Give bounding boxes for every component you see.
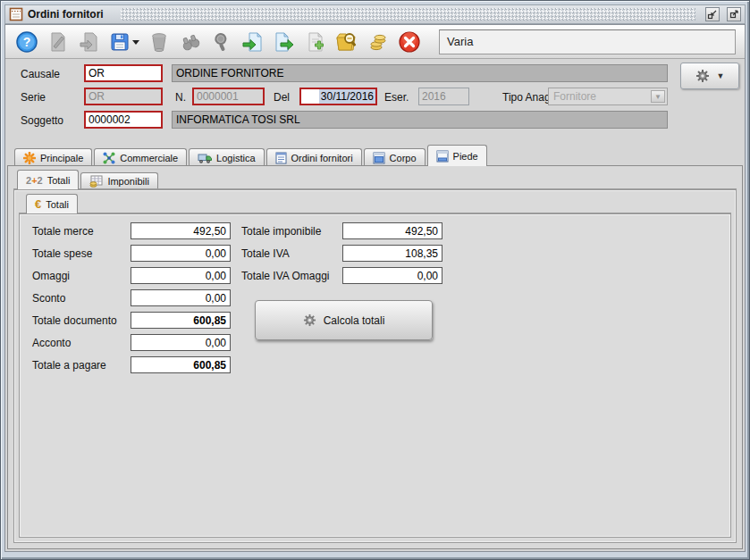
ordini-fornitori-window: Ordini fornitori ? (0, 0, 750, 560)
totale-spese-field[interactable] (131, 245, 231, 262)
save-icon[interactable] (106, 28, 142, 56)
soggetto-description: INFORMATICA TOSI SRL (172, 111, 668, 129)
totali-imponibili-tab-bar: 2+2 Totali Imponibili (13, 170, 737, 189)
numero-label: N. (175, 91, 186, 104)
help-icon[interactable]: ? (13, 28, 41, 56)
edit-icon (44, 28, 72, 56)
document-header-form: Causale ORDINE FORNITORE Serie N. Del 30… (5, 59, 745, 145)
totale-a-pagare-row: Totale a pagare (32, 356, 345, 374)
totale-imponibile-row: Totale imponibile (241, 222, 554, 240)
coins-icon[interactable] (364, 28, 392, 56)
close-icon[interactable] (395, 28, 424, 56)
delete-icon (145, 28, 173, 56)
calcola-totali-button[interactable]: Calcola totali (255, 300, 433, 340)
tab-totali-2p2[interactable]: 2+2 Totali (17, 170, 79, 189)
main-toolbar: ? (5, 25, 745, 59)
totali-inner-tab-bar: € Totali (19, 194, 731, 213)
causale-input[interactable] (84, 64, 163, 82)
title-bar[interactable]: Ordini fornitori (4, 4, 746, 24)
totale-iva-omaggi-row: Totale IVA Omaggi (241, 267, 554, 285)
window-footer-icon (436, 150, 449, 163)
window-title: Ordini fornitori (28, 8, 111, 21)
soggetto-label: Soggetto (21, 114, 63, 127)
tab-logistica[interactable]: Logistica (189, 148, 264, 166)
folder-search-icon[interactable] (333, 28, 361, 56)
serie-label: Serie (21, 91, 46, 104)
window-content: ? (4, 24, 746, 552)
window-icon (9, 7, 23, 21)
totale-iva-omaggi-field[interactable] (342, 267, 442, 284)
status-field[interactable]: Varia (439, 29, 736, 54)
document-add-icon (301, 28, 330, 56)
document-arrow-in-icon[interactable] (239, 28, 267, 56)
serie-input (84, 88, 163, 105)
totale-imponibile-field[interactable] (342, 222, 442, 239)
window-body-icon (373, 152, 385, 164)
sconto-field[interactable] (131, 289, 231, 306)
svg-text:?: ? (23, 35, 31, 49)
maximize-button[interactable] (727, 7, 741, 21)
del-date-value: 30/11/2016 (319, 89, 375, 104)
causale-label: Causale (21, 68, 60, 80)
totale-iva-row: Totale IVA (241, 245, 554, 263)
tab-corpo[interactable]: Corpo (364, 148, 426, 166)
totali-2p2-panel: € Totali Totale merce Totale spese (13, 189, 737, 543)
tab-commerciale[interactable]: Commerciale (94, 148, 187, 166)
two-plus-two-icon: 2+2 (26, 175, 43, 186)
tipo-anagr-value: Fornitore (553, 90, 596, 103)
euro-icon: € (35, 197, 41, 211)
totale-merce-field[interactable] (131, 222, 231, 239)
causale-description: ORDINE FORNITORE (172, 64, 668, 82)
totale-iva-field[interactable] (342, 245, 442, 262)
truck-icon (198, 152, 212, 164)
titlebar-texture (121, 8, 695, 21)
acconto-field[interactable] (131, 334, 231, 351)
tab-imponibili[interactable]: Imponibili (80, 172, 157, 189)
totale-a-pagare-field[interactable] (131, 356, 231, 373)
document-list-icon (275, 152, 287, 164)
soggetto-input[interactable] (84, 111, 163, 129)
totali-panel: Totale merce Totale spese Omaggi Sconto (19, 213, 731, 538)
tab-principale[interactable]: Principale (14, 148, 92, 166)
status-text: Varia (447, 35, 473, 48)
esercizio-input (418, 88, 469, 105)
del-label: Del (274, 91, 290, 104)
search-icon (207, 28, 236, 56)
binoculars-icon (176, 28, 205, 56)
tab-ordini-fornitori[interactable]: Ordini fornitori (266, 148, 362, 166)
tab-totali-inner[interactable]: € Totali (26, 194, 78, 213)
settings-menu-button[interactable]: ▼ (680, 63, 739, 89)
gear-icon (695, 69, 710, 83)
numero-input (192, 88, 265, 105)
network-icon (103, 152, 115, 164)
chevron-down-icon: ▼ (651, 90, 665, 103)
totale-documento-field[interactable] (131, 312, 231, 329)
grid-coins-icon (89, 175, 103, 188)
asterisk-icon (23, 152, 36, 164)
tab-piede[interactable]: Piede (427, 145, 487, 166)
omaggi-field[interactable] (131, 267, 231, 284)
main-tab-bar: Principale Commerciale Logistica Ordini … (5, 145, 745, 166)
piede-tab-content: 2+2 Totali Imponibili € Totali (7, 166, 743, 549)
tipo-anagr-dropdown: Fornitore ▼ (548, 88, 668, 105)
minimize-button[interactable] (705, 7, 720, 21)
document-forward-icon (75, 28, 104, 56)
chevron-down-icon: ▼ (717, 71, 725, 80)
esercizio-label: Eser. (384, 91, 409, 104)
gear-icon (303, 313, 316, 327)
document-arrow-out-icon[interactable] (270, 28, 299, 56)
del-date-input[interactable]: 30/11/2016 (299, 88, 377, 105)
